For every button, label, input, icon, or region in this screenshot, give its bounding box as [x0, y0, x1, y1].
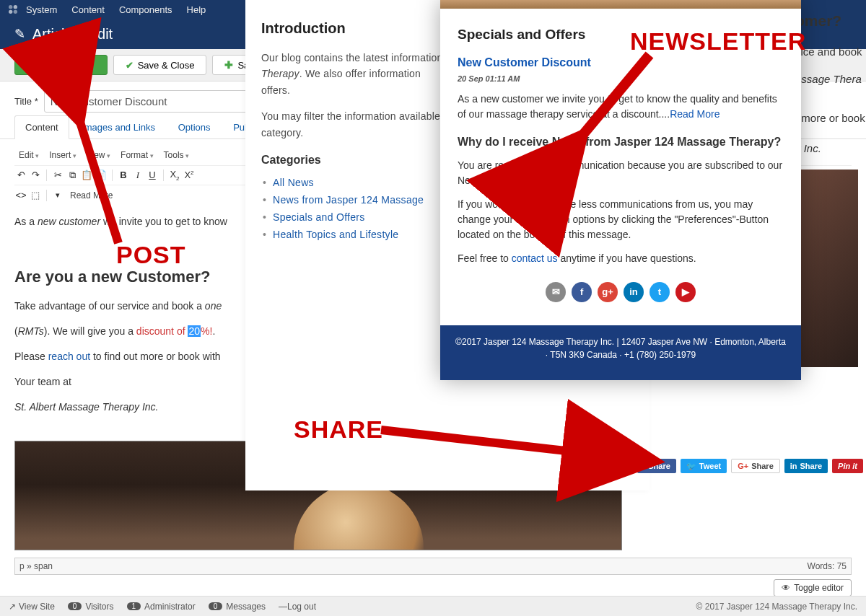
linkedin-icon[interactable]: in — [624, 282, 644, 302]
footer-copyright: © 2017 Jasper 124 Massage Therapy Inc. — [696, 602, 857, 612]
callout-newsletter: NEWSLETTER — [630, 27, 806, 56]
save-button[interactable]: ✎Save — [14, 55, 108, 75]
right-photo — [794, 167, 860, 369]
pencil-icon: ✎ — [14, 26, 25, 42]
why-heading: Why do I receive News from Jasper 124 Ma… — [458, 133, 784, 151]
youtube-icon[interactable]: ▶ — [675, 282, 696, 302]
paste-icon[interactable]: 📋 — [80, 170, 93, 180]
admin-footer: ↗ View Site 0Visitors 1Administrator 0Me… — [0, 596, 866, 616]
editor-menu-view[interactable]: View — [82, 148, 115, 162]
joomla-icon — [7, 4, 19, 15]
page-title: Articles: Edit — [32, 26, 113, 43]
share-pinterest-button[interactable]: Pin it — [832, 459, 863, 473]
readmore-icon[interactable]: ▾ — [51, 190, 64, 200]
copy-icon[interactable]: ⧉ — [66, 170, 79, 181]
admin-count[interactable]: 1Administrator — [127, 602, 196, 612]
newsletter-post-title[interactable]: New Customer Discount — [458, 54, 784, 71]
eye-icon: 👁 — [782, 583, 790, 593]
svg-point-1 — [14, 5, 17, 9]
title-label: Title * — [14, 96, 38, 107]
superscript-icon[interactable]: X2 — [183, 170, 196, 180]
menu-help[interactable]: Help — [187, 4, 206, 15]
preview-icon[interactable]: ⬚ — [29, 190, 42, 201]
twitter-icon[interactable]: t — [650, 282, 670, 302]
toggle-editor-button[interactable]: 👁Toggle editor — [774, 579, 852, 597]
element-path[interactable]: p » span — [19, 561, 53, 571]
tab-options[interactable]: Options — [168, 116, 221, 138]
callout-post: POST — [116, 241, 186, 269]
readmore-button[interactable]: Read More — [66, 188, 117, 203]
subscript-icon[interactable]: X2 — [168, 169, 181, 182]
menu-content[interactable]: Content — [71, 4, 105, 15]
editor-menu-format[interactable]: Format — [116, 148, 158, 162]
contact-us-link[interactable]: contact us — [512, 252, 558, 264]
redo-icon[interactable]: ↷ — [29, 170, 42, 180]
word-count: Words: 75 — [808, 561, 847, 571]
save-close-button[interactable]: ✔Save & Close — [113, 55, 207, 75]
editor-menu-tools[interactable]: Tools — [159, 148, 194, 162]
messages-count[interactable]: 0Messages — [209, 602, 266, 612]
share-twitter-button[interactable]: 🐦Tweet — [681, 459, 727, 473]
share-bar: fShare 🐦Tweet G+Share inShare Pin it — [637, 459, 863, 473]
editor-statusbar: p » span Words: 75 — [14, 558, 852, 575]
italic-icon[interactable]: I — [131, 170, 144, 181]
share-linkedin-button[interactable]: inShare — [784, 459, 828, 473]
editor-menu-insert[interactable]: Insert — [45, 148, 81, 162]
newsletter-post-date: 20 Sep 01:11 AM — [458, 73, 784, 85]
newsletter-preview: Specials and Offers New Customer Discoun… — [440, 0, 801, 380]
social-row: ✉ f g+ in t ▶ — [458, 275, 784, 315]
view-site-link[interactable]: ↗ View Site — [9, 602, 55, 612]
share-facebook-button[interactable]: fShare — [637, 459, 676, 473]
email-icon[interactable]: ✉ — [546, 282, 566, 302]
tab-images-links[interactable]: Images and Links — [71, 116, 165, 138]
newsletter-banner — [440, 0, 801, 9]
menu-components[interactable]: Components — [119, 4, 172, 15]
underline-icon[interactable]: U — [146, 170, 159, 180]
menu-system[interactable]: System — [26, 4, 57, 15]
svg-point-0 — [9, 5, 12, 9]
svg-point-3 — [14, 10, 17, 14]
share-googleplus-button[interactable]: G+Share — [731, 459, 780, 473]
visitors-count[interactable]: 0Visitors — [68, 602, 114, 612]
right-column: omer? vice and book assage Thera t more … — [794, 9, 866, 369]
code-icon[interactable]: <> — [14, 190, 27, 201]
svg-point-2 — [9, 10, 12, 14]
googleplus-icon[interactable]: g+ — [598, 282, 618, 302]
read-more-link[interactable]: Read More — [670, 108, 720, 120]
facebook-icon[interactable]: f — [572, 282, 592, 302]
editor-menu-edit[interactable]: Edit — [14, 148, 43, 162]
undo-icon[interactable]: ↶ — [14, 170, 27, 180]
cut-icon[interactable]: ✂ — [51, 170, 64, 180]
bold-icon[interactable]: B — [117, 170, 130, 180]
logout-link[interactable]: — Log out — [279, 602, 316, 612]
paste-text-icon[interactable]: 📄 — [95, 170, 108, 180]
tab-content[interactable]: Content — [14, 115, 69, 139]
newsletter-footer: ©2017 Jasper 124 Massage Therapy Inc. | … — [440, 325, 801, 380]
callout-share: SHARE — [294, 415, 383, 444]
